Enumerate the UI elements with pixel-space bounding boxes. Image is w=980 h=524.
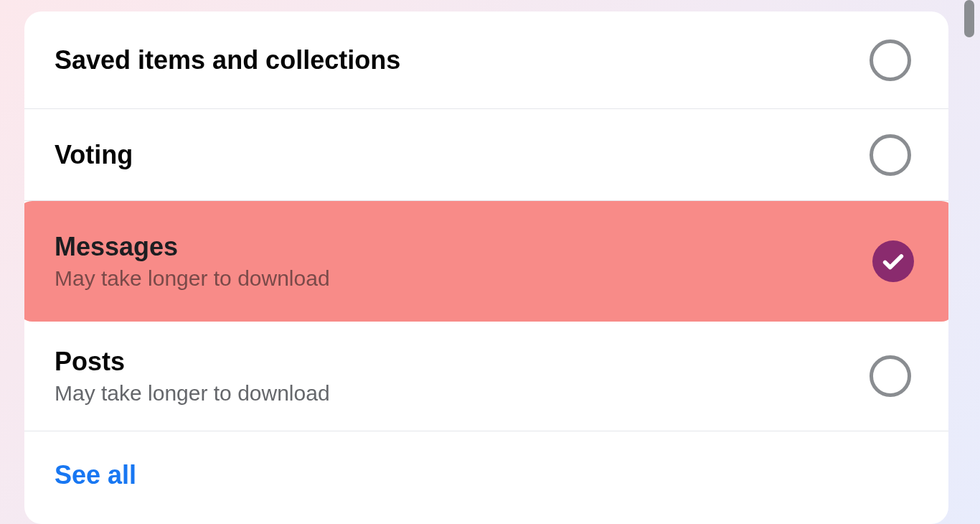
check-icon bbox=[881, 249, 905, 273]
item-content: Voting bbox=[55, 140, 133, 170]
radio-unchecked[interactable] bbox=[870, 39, 911, 81]
item-content: Saved items and collections bbox=[55, 45, 400, 75]
item-title: Posts bbox=[55, 347, 330, 377]
settings-card: Saved items and collections Voting Messa… bbox=[24, 11, 948, 524]
item-title: Messages bbox=[55, 232, 330, 262]
item-title: Saved items and collections bbox=[55, 45, 400, 75]
list-item-messages[interactable]: Messages May take longer to download bbox=[24, 201, 948, 322]
item-subtitle: May take longer to download bbox=[55, 266, 330, 291]
item-content: Messages May take longer to download bbox=[55, 232, 330, 291]
radio-checked[interactable] bbox=[872, 240, 914, 282]
see-all-row: See all bbox=[24, 431, 948, 519]
see-all-link[interactable]: See all bbox=[55, 460, 136, 490]
list-item-posts[interactable]: Posts May take longer to download bbox=[24, 322, 948, 431]
list-item-saved-items[interactable]: Saved items and collections bbox=[24, 11, 948, 109]
item-content: Posts May take longer to download bbox=[55, 347, 330, 406]
radio-unchecked[interactable] bbox=[870, 134, 911, 176]
scrollbar-thumb[interactable] bbox=[964, 0, 974, 37]
item-title: Voting bbox=[55, 140, 133, 170]
item-subtitle: May take longer to download bbox=[55, 381, 330, 406]
list-item-voting[interactable]: Voting bbox=[24, 109, 948, 201]
radio-unchecked[interactable] bbox=[870, 355, 911, 397]
